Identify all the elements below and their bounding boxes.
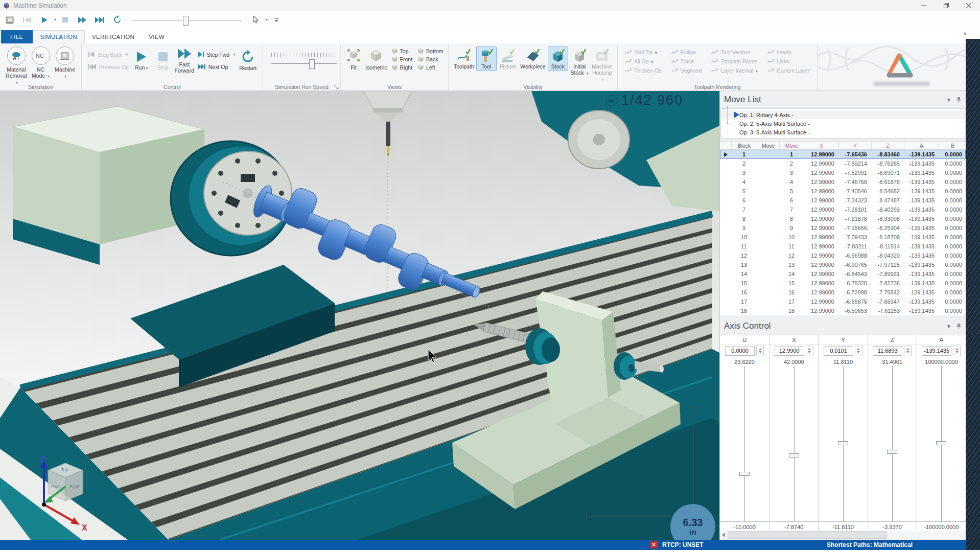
slider-handle[interactable] — [309, 59, 315, 69]
move-row[interactable]: 6612.99000-7.34323-8.47487-139.14350.000… — [720, 196, 966, 205]
move-list-collapse-icon[interactable]: ▼ — [946, 97, 951, 103]
fast-forward-icon[interactable] — [76, 13, 89, 27]
axis-spinner-z[interactable] — [904, 346, 912, 356]
fast-forward-button[interactable]: FastForward — [176, 48, 193, 74]
move-row[interactable]: 7712.99000-7.28101-8.40293-139.14350.000… — [720, 205, 966, 214]
axis-spinner-x[interactable] — [806, 346, 813, 356]
column-header-a-7[interactable]: A — [904, 142, 939, 149]
next-op-button[interactable]: Next Op — [197, 64, 235, 70]
material-removal-button[interactable]: MaterialRemoval ▾ — [5, 47, 28, 85]
move-row[interactable]: 101012.99000-7.09433-8.18709-139.14350.0… — [720, 233, 966, 242]
nc-mode-button[interactable]: NCNCMode ▾ — [30, 47, 52, 85]
tool-tip-button[interactable]: Tool Tip ▾ — [625, 49, 662, 55]
pointer-cursor-icon[interactable] — [249, 13, 263, 27]
axis-value-input-x[interactable]: 12.9900 — [775, 346, 804, 356]
move-row[interactable]: 121212.99000-6.96988-8.04320-139.14350.0… — [720, 251, 966, 260]
move-row[interactable]: 4412.99000-7.46768-8.61876-139.14350.000… — [720, 177, 966, 187]
tool-visibility-button[interactable]: Tool — [476, 47, 497, 71]
move-row[interactable]: 161612.99000-6.72098-7.75542-139.14350.0… — [720, 288, 966, 297]
leads-button[interactable]: Leads — [767, 49, 810, 55]
play-icon[interactable] — [38, 13, 51, 27]
previous-op-button[interactable]: Previous Op — [88, 64, 129, 70]
stop-icon[interactable] — [58, 13, 72, 27]
slider-handle[interactable] — [183, 16, 189, 26]
column-header-b-8[interactable]: B — [939, 142, 966, 149]
isometric-button[interactable]: Isometric — [365, 48, 387, 71]
view-top-button[interactable]: Top — [391, 48, 413, 54]
axis-value-input-a[interactable]: -139.1435 — [922, 346, 951, 356]
operation-item-3[interactable]: Op. 3: 5-Axis Multi Surface - — [721, 128, 965, 136]
column-header-z-6[interactable]: Z — [871, 142, 904, 149]
move-row[interactable]: 1112.99000-7.65436-8.83460-139.14350.000… — [720, 150, 966, 159]
move-row[interactable]: 8812.99000-7.21878-8.33098-139.14350.000… — [720, 214, 966, 223]
tab-view[interactable]: VIEW — [142, 31, 172, 43]
move-row[interactable]: 9912.99000-7.15656-8.25904-139.14350.000… — [720, 223, 966, 233]
axis-slider-handle-z[interactable] — [887, 450, 897, 454]
move-row[interactable]: 131312.99000-6.90765-7.97125-139.14350.0… — [720, 260, 966, 269]
axis-spinner-a[interactable] — [953, 346, 961, 356]
axis-value-input-u[interactable]: 0.0000 — [725, 346, 755, 356]
current-layer-button[interactable]: Current Layer — [767, 67, 810, 74]
row-selector-header[interactable] — [720, 142, 731, 149]
thicken-op-button[interactable]: Thicken Op — [625, 67, 662, 74]
segment-button[interactable]: Segment — [671, 67, 703, 74]
links-button[interactable]: Links — [767, 58, 810, 64]
view-bottom-button[interactable]: Bottom — [417, 48, 443, 54]
step-fwd-button[interactable]: Step Fwd▾ — [197, 52, 235, 58]
workpiece-visibility-button[interactable]: Workpiece — [519, 47, 546, 71]
close-button[interactable] — [958, 0, 980, 11]
all-op-button[interactable]: All Op ▾ — [625, 58, 662, 64]
axis-slider-handle-u[interactable] — [739, 472, 750, 476]
trace-button[interactable]: Trace — [671, 58, 703, 64]
dialog-launcher-icon[interactable] — [334, 85, 339, 89]
move-row[interactable]: 181812.99000-6.59653-7.61153-139.14350.0… — [720, 306, 966, 315]
fixture-visibility-button[interactable]: Fixture — [498, 47, 518, 71]
axis-spinner-u[interactable] — [756, 346, 764, 356]
machine-3d-scene[interactable] — [0, 91, 719, 540]
view-front-button[interactable]: Front — [391, 56, 413, 62]
restart-button[interactable]: Restart — [239, 50, 256, 72]
axis-slider-handle-a[interactable] — [936, 441, 946, 445]
pointer-caret-icon[interactable]: ▾ — [266, 17, 268, 22]
playback-speed-slider[interactable] — [131, 15, 242, 25]
move-list-header[interactable]: Move List ▼ — [720, 91, 966, 108]
column-header-block-1[interactable]: Block — [731, 142, 757, 149]
tab-verification[interactable]: VERIFICATION — [85, 31, 142, 43]
toolpath-points-button[interactable]: Toolpath Points — [711, 58, 758, 64]
column-header-move-2[interactable]: Move — [757, 142, 779, 149]
toolpath-visibility-button[interactable]: Toolpath — [453, 47, 475, 71]
minimize-button[interactable] — [913, 0, 935, 11]
viewport-3d[interactable]: NC 1/42 960 6.33 in Top Front Right Z X — [0, 91, 719, 540]
maximize-button[interactable] — [935, 0, 958, 11]
tool-vectors-button[interactable]: Tool Vectors — [711, 49, 758, 55]
skip-to-start-icon[interactable] — [20, 13, 34, 27]
panel-horizontal-scrollbar[interactable] — [720, 531, 966, 539]
move-row[interactable]: 171712.99000-6.65875-7.68347-139.14350.0… — [720, 297, 966, 306]
operation-item-2[interactable]: Op. 2: 5-Axis Multi Surface - — [721, 119, 965, 128]
axis-value-input-z[interactable]: 11.6893 — [873, 346, 902, 356]
move-row[interactable]: 151512.99000-6.78320-7.82736-139.14350.0… — [720, 279, 966, 288]
machine-button[interactable]: Machine▾ — [54, 47, 76, 85]
tab-simulation[interactable]: SIMULATION — [33, 30, 85, 43]
view-right-button[interactable]: Right — [391, 64, 413, 71]
skip-to-end-icon[interactable] — [93, 13, 106, 27]
view-back-button[interactable]: Back — [417, 56, 443, 62]
stock-visibility-button[interactable]: Stock — [548, 47, 568, 71]
layer-interval-button[interactable]: Layer Interval ▾ — [711, 67, 758, 74]
run-button[interactable]: Run▾ — [133, 51, 150, 71]
axis-spinner-y[interactable] — [855, 346, 862, 356]
column-header-move-3[interactable]: Move — [779, 142, 804, 149]
collapse-ribbon-icon[interactable]: ∧ — [963, 31, 967, 36]
move-row[interactable]: 3312.99000-7.52991-8.69071-139.14350.000… — [720, 168, 966, 177]
stop-button[interactable]: Stop — [154, 51, 172, 71]
axis-control-pin-icon[interactable] — [956, 323, 962, 330]
axis-control-collapse-icon[interactable]: ▼ — [946, 324, 951, 329]
fit-button[interactable]: Fit — [346, 48, 361, 71]
customize-toolbar-icon[interactable] — [270, 13, 283, 27]
step-back-button[interactable]: Step Back▾ — [88, 52, 129, 58]
play-caret-icon[interactable]: ▾ — [54, 17, 56, 22]
restart-loop-icon[interactable] — [110, 13, 124, 27]
scroll-left-icon[interactable] — [720, 531, 728, 539]
operation-item-1[interactable]: Op. 1: Rotary 4-Axis - — [721, 110, 965, 119]
axis-slider-handle-x[interactable] — [789, 453, 799, 457]
